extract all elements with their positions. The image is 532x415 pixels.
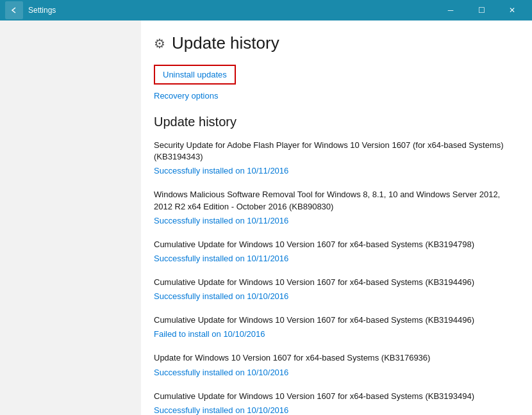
update-item: Cumulative Update for Windows 10 Version… bbox=[154, 277, 513, 304]
update-status[interactable]: Successfully installed on 10/11/2016 bbox=[154, 166, 288, 175]
uninstall-updates-button[interactable]: Uninstall updates bbox=[154, 65, 236, 85]
update-item: Cumulative Update for Windows 10 Version… bbox=[154, 239, 513, 266]
close-button[interactable]: ✕ bbox=[497, 0, 527, 20]
update-item: Update for Windows 10 Version 1607 for x… bbox=[154, 352, 513, 380]
update-status[interactable]: Successfully installed on 10/11/2016 bbox=[154, 216, 288, 225]
update-item: Security Update for Adobe Flash Player f… bbox=[154, 140, 513, 179]
update-item: Cumulative Update for Windows 10 Version… bbox=[154, 314, 513, 342]
updates-list: Security Update for Adobe Flash Player f… bbox=[154, 140, 513, 415]
update-name: Cumulative Update for Windows 10 Version… bbox=[154, 277, 513, 288]
update-name: Update for Windows 10 Version 1607 for x… bbox=[154, 352, 513, 364]
update-status[interactable]: Successfully installed on 10/10/2016 bbox=[154, 405, 288, 415]
update-name: Windows Malicious Software Removal Tool … bbox=[154, 189, 513, 212]
update-status[interactable]: Successfully installed on 10/11/2016 bbox=[154, 254, 288, 263]
left-panel bbox=[0, 20, 141, 415]
gear-icon: ⚙ bbox=[154, 36, 165, 51]
update-name: Security Update for Adobe Flash Player f… bbox=[154, 140, 513, 163]
minimize-button[interactable]: ─ bbox=[436, 0, 465, 20]
page-title: Update history bbox=[172, 33, 279, 53]
update-status[interactable]: Successfully installed on 10/10/2016 bbox=[154, 291, 288, 301]
content-panel: ⚙ Update history Uninstall updates Recov… bbox=[141, 20, 532, 415]
update-name: Cumulative Update for Windows 10 Version… bbox=[154, 391, 513, 402]
update-item: Cumulative Update for Windows 10 Version… bbox=[154, 391, 513, 416]
window-controls: ─ ☐ ✕ bbox=[436, 0, 527, 20]
update-status[interactable]: Failed to install on 10/10/2016 bbox=[154, 329, 265, 339]
update-name: Cumulative Update for Windows 10 Version… bbox=[154, 314, 513, 326]
update-item: Windows Malicious Software Removal Tool … bbox=[154, 189, 513, 228]
recovery-options-link[interactable]: Recovery options bbox=[154, 91, 513, 101]
titlebar-title: Settings bbox=[28, 6, 436, 15]
restore-button[interactable]: ☐ bbox=[467, 0, 496, 20]
section-title: Update history bbox=[154, 115, 513, 129]
page-header: ⚙ Update history bbox=[154, 33, 513, 53]
titlebar: Settings ─ ☐ ✕ bbox=[0, 0, 532, 20]
back-button[interactable] bbox=[5, 1, 23, 19]
update-status[interactable]: Successfully installed on 10/10/2016 bbox=[154, 368, 288, 377]
update-name: Cumulative Update for Windows 10 Version… bbox=[154, 239, 513, 250]
main-layout: ⚙ Update history Uninstall updates Recov… bbox=[0, 20, 532, 415]
